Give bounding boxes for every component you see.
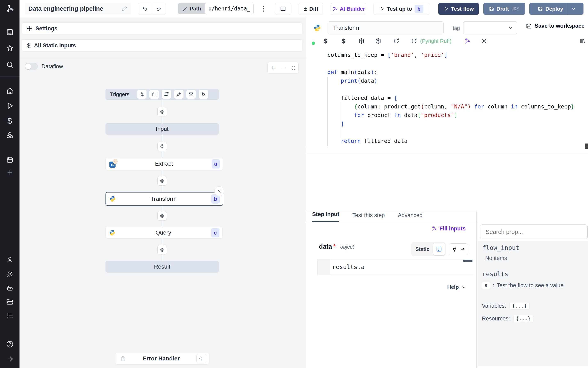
dataflow-label: Dataflow	[41, 63, 63, 70]
variables-row[interactable]: Variables: {...}	[476, 289, 588, 310]
dollar-var-icon[interactable]: $	[324, 37, 327, 45]
kebab-menu-icon[interactable]: ⋮	[259, 3, 267, 14]
flow-settings-button[interactable]: Settings	[22, 23, 302, 35]
gear-icon[interactable]	[481, 38, 487, 44]
package-icon[interactable]	[358, 38, 364, 44]
poll-watch-trigger-icon[interactable]	[199, 90, 208, 99]
resources-cubes-icon[interactable]	[0, 131, 19, 139]
test-flow-button[interactable]: Test flow	[438, 3, 479, 15]
transform-node-selected[interactable]: Transform b	[105, 192, 223, 206]
search-icon[interactable]	[0, 61, 19, 68]
refresh-icon[interactable]	[393, 38, 399, 44]
runs-play-icon[interactable]	[0, 102, 19, 110]
diff-button[interactable]: ± Diff	[299, 3, 323, 15]
refresh-icon[interactable]	[411, 38, 417, 44]
resources-value-badge[interactable]: {...}	[513, 315, 533, 322]
extract-node[interactable]: TS Extract a	[105, 158, 223, 170]
fill-inputs-button[interactable]: Fill inputs	[431, 226, 466, 232]
python-icon	[313, 24, 321, 32]
add-step-button[interactable]	[157, 245, 167, 254]
dollar-var-icon[interactable]: $	[342, 37, 345, 45]
variables-dollar-icon[interactable]: $	[0, 116, 19, 126]
logs-list-icon[interactable]	[0, 312, 19, 320]
edit-pencil-icon[interactable]	[122, 6, 128, 11]
dataflow-toggle[interactable]	[25, 63, 38, 70]
webhook-trigger-icon[interactable]	[137, 90, 147, 99]
help-dropdown[interactable]: Help	[447, 284, 466, 290]
settings-gear-icon[interactable]	[0, 270, 19, 278]
error-handler-node[interactable]: Error Handler	[115, 353, 209, 365]
library-icon[interactable]	[579, 38, 586, 44]
arg-name: data	[319, 243, 332, 250]
windmill-logo[interactable]	[0, 4, 19, 13]
input-node[interactable]: Input	[105, 123, 219, 135]
flow-input-section-label[interactable]: flow_input	[476, 241, 588, 251]
sidebar-divider	[0, 76, 19, 76]
deploy-button[interactable]: Deploy	[529, 3, 583, 15]
flow-title-box[interactable]: Data engineering pipeline	[25, 3, 131, 14]
schedules-calendar-icon[interactable]	[0, 156, 19, 164]
expr-editor[interactable]: results.a	[317, 259, 473, 275]
result-node[interactable]: Result	[105, 261, 219, 273]
draft-button[interactable]: Draft ⌘S	[483, 3, 525, 15]
zoom-in-icon[interactable]	[270, 65, 275, 70]
path-button[interactable]: Path u/henri/data_	[178, 3, 254, 14]
ai-wand-icon[interactable]	[464, 38, 470, 44]
folders-icon[interactable]	[0, 298, 19, 306]
redo-button[interactable]	[152, 6, 166, 11]
editor-scrollbar-thumb[interactable]	[585, 144, 588, 149]
user-icon[interactable]	[0, 256, 19, 263]
test-flow-label: Test flow	[451, 6, 474, 12]
step-name-input[interactable]	[328, 21, 444, 35]
add-step-button[interactable]	[157, 107, 167, 116]
websocket-trigger-icon[interactable]	[174, 90, 183, 99]
fit-view-icon[interactable]	[291, 66, 296, 70]
result-a-row[interactable]: a : Test the flow to see a value	[476, 278, 588, 289]
schedule-trigger-icon[interactable]	[149, 90, 159, 99]
tab-step-input[interactable]: Step Input	[312, 211, 339, 222]
ai-builder-button[interactable]: AI Builder	[331, 3, 366, 15]
workspace-building-icon[interactable]	[0, 28, 19, 36]
undo-button[interactable]	[138, 6, 152, 11]
code-editor[interactable]: columns_to_keep = ['brand', 'price'] def…	[306, 48, 588, 146]
triggers-node[interactable]: Triggers	[105, 89, 219, 100]
add-error-handler-button[interactable]	[196, 354, 206, 363]
test-up-to-button[interactable]: Test up to b	[374, 3, 429, 15]
deploy-dropdown-chevron[interactable]	[568, 6, 579, 11]
close-icon	[217, 189, 221, 193]
function-mode-button[interactable]	[433, 243, 445, 256]
docs-book-button[interactable]	[275, 3, 291, 15]
arg-data-header: data * object	[319, 243, 354, 250]
delete-step-button[interactable]	[214, 186, 224, 196]
expr-scrollbar-thumb[interactable]	[464, 260, 473, 262]
resources-row[interactable]: Resources: {...}	[476, 310, 588, 322]
draft-label: Draft	[496, 6, 509, 12]
home-icon[interactable]	[0, 87, 19, 95]
add-step-button[interactable]	[157, 176, 167, 185]
variables-value-badge[interactable]: {...}	[509, 302, 530, 310]
save-to-workspace-button[interactable]: Save to workspace	[526, 23, 585, 29]
favorites-star-icon[interactable]	[0, 44, 19, 52]
result-key-badge[interactable]: a	[482, 282, 490, 289]
tab-test-this-step[interactable]: Test this step	[352, 212, 385, 222]
add-plus-icon[interactable]	[0, 169, 19, 176]
results-section-label[interactable]: results	[476, 261, 588, 278]
all-static-inputs-button[interactable]: $ All Static Inputs	[22, 39, 302, 52]
search-prop-input[interactable]	[480, 224, 588, 239]
route-trigger-icon[interactable]	[162, 90, 171, 99]
path-value[interactable]: u/henri/data_	[205, 3, 254, 14]
email-trigger-icon[interactable]	[186, 90, 196, 99]
zoom-out-icon[interactable]	[281, 65, 286, 70]
connect-input-group[interactable]	[449, 243, 468, 255]
expr-value[interactable]: results.a	[330, 260, 473, 270]
test-up-to-label: Test up to	[387, 6, 412, 12]
help-icon[interactable]	[0, 340, 19, 348]
add-step-button[interactable]	[157, 211, 167, 221]
workers-robot-icon[interactable]	[0, 284, 19, 292]
query-node[interactable]: Query c	[105, 227, 222, 239]
tag-select[interactable]	[463, 21, 517, 35]
add-step-button[interactable]	[157, 142, 167, 151]
expand-arrow-icon[interactable]	[0, 355, 19, 363]
tab-advanced[interactable]: Advanced	[398, 212, 423, 222]
package-icon[interactable]	[375, 38, 381, 44]
